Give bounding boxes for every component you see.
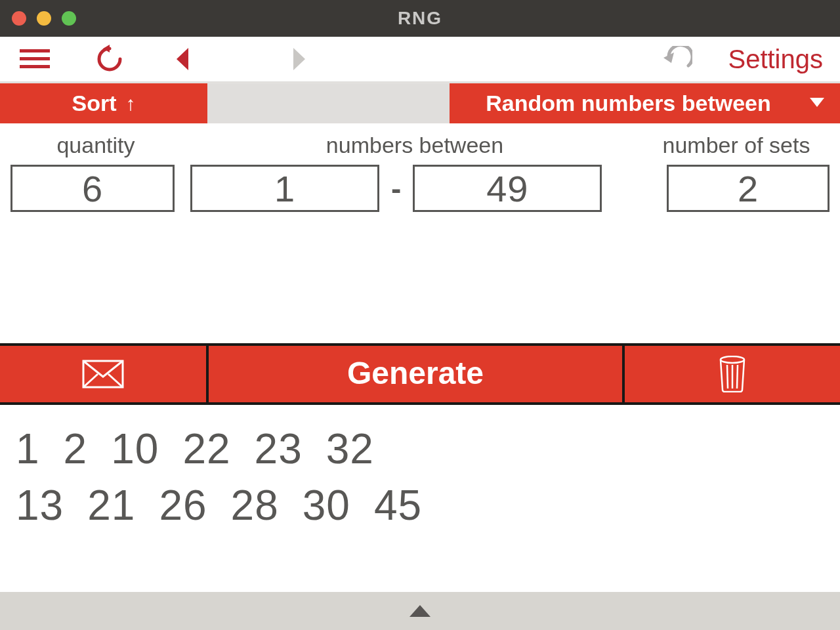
back-button[interactable] bbox=[167, 41, 202, 77]
forward-icon bbox=[291, 48, 306, 70]
back-icon bbox=[177, 48, 192, 70]
result-number: 45 bbox=[374, 481, 422, 530]
mode-bar: Sort ↑ Random numbers between bbox=[0, 83, 840, 123]
svg-marker-4 bbox=[177, 48, 188, 70]
result-number: 1 bbox=[16, 425, 40, 473]
chevron-up-icon bbox=[410, 605, 430, 617]
sets-label: number of sets bbox=[651, 133, 822, 158]
min-input[interactable] bbox=[190, 165, 379, 212]
result-set: 1 2 10 22 23 32 bbox=[16, 425, 824, 473]
between-label: numbers between bbox=[178, 133, 651, 158]
app-toolbar: Settings bbox=[0, 37, 840, 83]
results-area: 1 2 10 22 23 32 13 21 26 28 30 45 bbox=[0, 405, 840, 537]
chevron-down-icon bbox=[810, 98, 824, 107]
svg-rect-1 bbox=[20, 57, 50, 60]
svg-rect-0 bbox=[20, 49, 50, 52]
settings-button[interactable]: Settings bbox=[728, 45, 823, 74]
undo-icon bbox=[662, 46, 692, 72]
max-input[interactable] bbox=[413, 165, 602, 212]
range-dash: - bbox=[391, 171, 401, 206]
drawer-handle[interactable] bbox=[0, 592, 840, 630]
mode-label: Random numbers between bbox=[486, 91, 771, 116]
sort-button[interactable]: Sort ↑ bbox=[0, 83, 207, 123]
result-number: 32 bbox=[326, 425, 374, 473]
generate-button[interactable]: Generate bbox=[209, 346, 625, 402]
svg-marker-5 bbox=[293, 48, 305, 70]
close-window-button[interactable] bbox=[12, 11, 26, 26]
result-number: 26 bbox=[159, 481, 207, 530]
result-number: 21 bbox=[87, 481, 135, 530]
action-bar: Generate bbox=[0, 343, 840, 405]
inputs-area: quantity numbers between number of sets … bbox=[0, 123, 840, 212]
sort-label: Sort bbox=[72, 91, 117, 116]
svg-line-9 bbox=[727, 365, 728, 388]
result-number: 10 bbox=[111, 425, 159, 473]
result-number: 23 bbox=[255, 425, 303, 473]
result-number: 13 bbox=[16, 481, 64, 530]
result-set: 13 21 26 28 30 45 bbox=[16, 481, 824, 530]
forward-button[interactable] bbox=[281, 41, 316, 77]
menu-icon bbox=[20, 49, 50, 69]
result-number: 2 bbox=[64, 425, 88, 473]
undo-button[interactable] bbox=[660, 41, 695, 77]
result-number: 22 bbox=[182, 425, 230, 473]
svg-point-8 bbox=[721, 356, 744, 363]
window-titlebar: RNG bbox=[0, 0, 840, 37]
svg-rect-2 bbox=[20, 65, 50, 68]
zoom-window-button[interactable] bbox=[62, 11, 76, 26]
mode-dropdown[interactable]: Random numbers between bbox=[450, 83, 840, 123]
reload-button[interactable] bbox=[92, 41, 127, 77]
svg-line-11 bbox=[737, 365, 738, 388]
quantity-label: quantity bbox=[13, 133, 178, 158]
window-title: RNG bbox=[0, 8, 840, 29]
clear-button[interactable] bbox=[625, 346, 840, 402]
result-number: 30 bbox=[303, 481, 350, 530]
menu-button[interactable] bbox=[17, 41, 52, 77]
traffic-lights bbox=[12, 11, 76, 26]
minimize-window-button[interactable] bbox=[37, 11, 51, 26]
tab-spacer bbox=[207, 83, 450, 123]
reload-icon bbox=[95, 45, 124, 74]
generate-label: Generate bbox=[347, 355, 484, 391]
quantity-input[interactable] bbox=[10, 165, 175, 212]
sort-ascending-icon: ↑ bbox=[126, 93, 136, 115]
trash-icon bbox=[719, 356, 746, 392]
sets-input[interactable] bbox=[667, 165, 830, 212]
share-button[interactable] bbox=[0, 346, 209, 402]
result-number: 28 bbox=[231, 481, 279, 530]
mail-icon bbox=[82, 360, 124, 388]
